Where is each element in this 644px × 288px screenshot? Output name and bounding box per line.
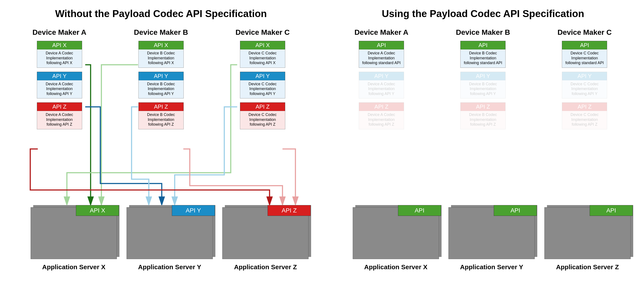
codec-block-a-y-faded: API Y Device A Codec Implementation foll… [359,72,404,99]
api-header: API [460,41,505,49]
device-maker-a-right: Device Maker A API Device A Codec Implem… [333,28,430,133]
codec-body: Device A Codec Implementation following … [359,80,404,98]
codec-body: Device B Codec Implementation following … [139,111,184,129]
api-header: API X [37,41,82,49]
server-box: API [448,207,535,259]
codec-block-b: API Device B Codec Implementation follow… [460,41,506,68]
device-maker-b-right: Device Maker B API Device B Codec Implem… [434,28,532,133]
codec-body: Device A Codec Implementation following … [37,80,82,98]
server-label: Application Server X [350,263,442,271]
device-row-left: Device Maker A API X Device A Codec Impl… [8,28,314,133]
api-header: API Z [139,102,184,111]
api-header: API X [240,41,285,49]
api-header: API Y [460,72,505,80]
device-maker-a-left: Device Maker A API X Device A Codec Impl… [10,28,108,133]
device-maker-b-left: Device Maker B API X Device B Codec Impl… [112,28,210,133]
codec-block-b-z: API Z Device B Codec Implementation foll… [138,102,184,129]
arrow-b-to-z [183,149,282,203]
device-label: Device Maker C [536,28,633,37]
codec-block-a-x: API X Device A Codec Implementation foll… [37,41,82,68]
device-label: Device Maker B [112,28,210,37]
codec-block-b-y: API Y Device B Codec Implementation foll… [138,72,184,99]
codec-body: Device B Codec Implementation following … [139,80,184,98]
server-api-tab: API [398,205,441,216]
server-row-right: API Application Server X API Application… [348,207,636,271]
server-y-right: API Application Server Y [446,207,538,271]
server-box: API X [30,207,117,259]
api-header: API Z [37,102,82,111]
server-box: API [544,207,631,259]
server-api-tab: API Y [172,205,215,216]
server-label: Application Server X [28,263,120,271]
api-header: API X [139,41,184,49]
api-header: API Y [562,72,607,80]
codec-body: Device C Codec Implementation following … [240,111,285,129]
server-y: API Y Application Server Y [124,207,216,271]
codec-body: Device A Codec Implementation following … [37,49,82,68]
device-maker-c-right: Device Maker C API Device C Codec Implem… [536,28,633,133]
arrow-a-to-z [30,149,270,203]
server-api-tab: API X [76,205,119,216]
device-maker-c-left: Device Maker C API X Device C Codec Impl… [214,28,311,133]
api-header: API Z [359,102,404,111]
server-box: API Y [126,207,213,259]
server-label: Application Server Y [446,263,538,271]
codec-body: Device B Codec Implementation following … [460,111,505,129]
codec-block-c-x: API X Device C Codec Implementation foll… [240,41,285,68]
codec-body: Device B Codec Implementation following … [460,49,505,68]
panel-without-spec: Without the Payload Codec API Specificat… [0,0,322,288]
device-label: Device Maker A [10,28,108,37]
codec-body: Device C Codec Implementation following … [562,111,607,129]
device-label: Device Maker A [333,28,430,37]
server-row-left: API X Application Server X API Y Applica… [26,207,314,271]
server-box: API [353,207,439,259]
api-header: API Z [460,102,505,111]
codec-body: Device A Codec Implementation following … [37,111,82,129]
api-header: API [359,41,404,49]
server-x: API X Application Server X [28,207,120,271]
server-label: Application Server Z [541,263,634,271]
codec-block-b-z-faded: API Z Device B Codec Implementation foll… [460,102,506,129]
server-label: Application Server Z [220,263,312,271]
codec-body: Device C Codec Implementation following … [240,80,285,98]
title-left: Without the Payload Codec API Specificat… [0,0,322,20]
server-x-right: API Application Server X [350,207,442,271]
codec-block-c-y-faded: API Y Device C Codec Implementation foll… [562,72,607,99]
api-header: API Y [359,72,404,80]
server-z: API Z Application Server Z [220,207,312,271]
device-row-right: Device Maker A API Device A Codec Implem… [331,28,636,133]
codec-body: Device B Codec Implementation following … [139,49,184,68]
server-api-tab: API [590,205,633,216]
codec-body: Device C Codec Implementation following … [240,49,285,68]
codec-body: Device A Codec Implementation following … [359,49,404,68]
codec-block-c: API Device C Codec Implementation follow… [562,41,607,68]
api-header: API [562,41,607,49]
server-box: API Z [222,207,308,259]
codec-block-a: API Device A Codec Implementation follow… [359,41,404,68]
api-header: API Y [240,72,285,80]
api-header: API Y [139,72,184,80]
device-label: Device Maker B [434,28,532,37]
server-z-right: API Application Server Z [541,207,634,271]
codec-block-a-z: API Z Device A Codec Implementation foll… [37,102,82,129]
server-label: Application Server Y [124,263,216,271]
codec-block-c-y: API Y Device C Codec Implementation foll… [240,72,285,99]
arrow-c-to-z [282,149,295,203]
codec-block-a-y: API Y Device A Codec Implementation foll… [37,72,82,99]
title-right: Using the Payload Codec API Specificatio… [322,0,644,20]
api-header: API Y [37,72,82,80]
device-label: Device Maker C [214,28,311,37]
codec-block-b-x: API X Device B Codec Implementation foll… [138,41,184,68]
server-api-tab: API [494,205,537,216]
codec-block-a-z-faded: API Z Device A Codec Implementation foll… [359,102,404,129]
codec-body: Device A Codec Implementation following … [359,111,404,129]
panel-with-spec: Using the Payload Codec API Specificatio… [322,0,644,288]
codec-block-b-y-faded: API Y Device B Codec Implementation foll… [460,72,506,99]
codec-body: Device C Codec Implementation following … [562,49,607,68]
server-api-tab: API Z [268,205,311,216]
api-header: API Z [240,102,285,111]
codec-block-c-z-faded: API Z Device C Codec Implementation foll… [562,102,607,129]
codec-block-c-z: API Z Device C Codec Implementation foll… [240,102,285,129]
codec-body: Device C Codec Implementation following … [562,80,607,98]
codec-body: Device B Codec Implementation following … [460,80,505,98]
